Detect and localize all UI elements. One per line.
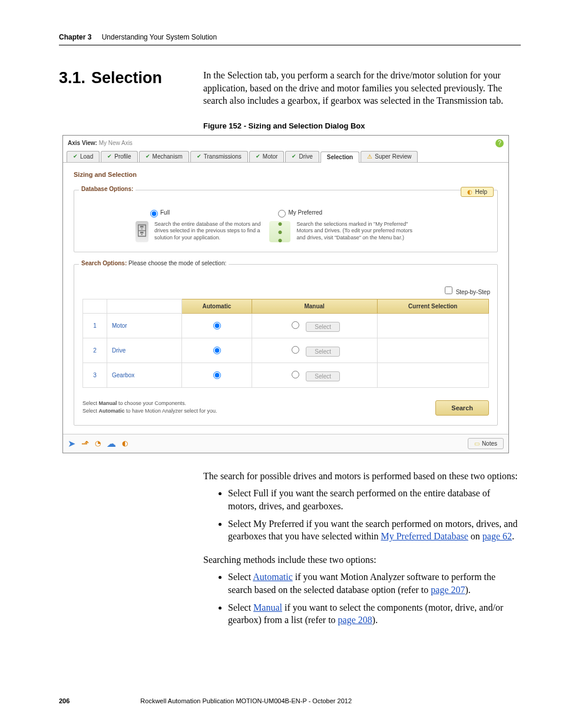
- section-number: 3.1.: [59, 69, 85, 87]
- radio-gearbox-manual[interactable]: [292, 371, 299, 378]
- check-icon: ✔: [107, 153, 112, 159]
- preferred-icon: ●●●: [269, 221, 290, 242]
- selection-table: Automatic Manual Current Selection 1 Mot…: [82, 299, 489, 388]
- radio-my-preferred[interactable]: [278, 210, 286, 218]
- tab-profile[interactable]: ✔Profile: [101, 151, 137, 162]
- radio-my-preferred-label: My Preferred: [288, 209, 322, 215]
- page-header: Chapter 3 Understanding Your System Solu…: [59, 33, 521, 41]
- table-row: 1 Motor Select: [83, 313, 489, 338]
- link-manual[interactable]: Manual: [253, 602, 282, 612]
- screenshot-dialog: Axis View: My New Axis ? ✔Load ✔Profile …: [62, 135, 509, 453]
- header-rule: [59, 45, 521, 45]
- bullet-full: Select Full if you want the search perfo…: [228, 487, 521, 512]
- radio-motor-manual[interactable]: [292, 321, 299, 329]
- full-description: Search the entire database of the motors…: [154, 221, 269, 242]
- intro-paragraph: In the Selection tab, you perform a sear…: [203, 69, 521, 107]
- chart-icon[interactable]: ⬏: [81, 438, 89, 449]
- select-gearbox-button[interactable]: Select: [306, 371, 340, 381]
- page-number: 206: [59, 697, 70, 704]
- tab-motor[interactable]: ✔Motor: [249, 151, 285, 162]
- col-manual: Manual: [252, 299, 377, 313]
- select-motor-button[interactable]: Select: [306, 322, 340, 332]
- help-button[interactable]: ◐Help: [461, 187, 494, 197]
- link-page-62[interactable]: page 62: [482, 531, 512, 541]
- axis-view-label: Axis View:: [68, 140, 97, 146]
- step-by-step-checkbox[interactable]: Step-by-Step: [442, 285, 490, 296]
- help-bulb-icon: ◐: [467, 189, 472, 195]
- check-icon: ✔: [197, 153, 201, 159]
- page-footer: 206 Rockwell Automation Publication MOTI…: [59, 697, 521, 704]
- search-options-legend: Search Options: Please choose the mode o…: [79, 260, 229, 266]
- col-current: Current Selection: [377, 299, 488, 313]
- radio-full-label: Full: [160, 209, 170, 215]
- table-row: 3 Gearbox Select: [83, 363, 489, 387]
- warning-icon: ⚠: [367, 153, 372, 160]
- radio-gearbox-auto[interactable]: [213, 371, 221, 379]
- panel-title: Sizing and Selection: [74, 171, 498, 178]
- radio-drive-auto[interactable]: [213, 347, 221, 354]
- selection-hints: Select Manual to choose your Components.…: [82, 400, 217, 416]
- chapter-title: Understanding Your System Solution: [102, 33, 217, 41]
- preferred-description: Search the selections marked in "My Pref…: [296, 221, 420, 242]
- table-row: 2 Drive Select: [83, 338, 489, 363]
- section-title: Selection: [91, 69, 162, 87]
- radio-motor-auto[interactable]: [213, 322, 221, 330]
- radio-full[interactable]: [150, 210, 158, 218]
- options-intro: The search for possible drives and motor…: [203, 470, 521, 483]
- tab-load[interactable]: ✔Load: [67, 151, 100, 162]
- bullet-my-preferred: Select My Preferred if you want the sear…: [228, 518, 521, 543]
- axis-view-value: My New Axis: [99, 140, 133, 146]
- tab-bar: ✔Load ✔Profile ✔Mechanism ✔Transmissions…: [63, 151, 508, 163]
- database-options-group: Database Options: ◐Help Full 🗄 Search th…: [74, 190, 498, 252]
- tab-super-review[interactable]: ⚠Super Review: [361, 151, 418, 162]
- tab-transmissions[interactable]: ✔Transmissions: [190, 151, 248, 162]
- col-automatic: Automatic: [182, 299, 252, 313]
- arrow-icon[interactable]: ➤: [68, 438, 75, 449]
- check-icon: ✔: [256, 153, 260, 159]
- meter-icon[interactable]: ◐: [122, 439, 128, 447]
- select-drive-button[interactable]: Select: [306, 347, 340, 357]
- tab-drive[interactable]: ✔Drive: [285, 151, 319, 162]
- link-my-preferred-database[interactable]: My Preferred Database: [381, 531, 468, 541]
- radio-drive-manual[interactable]: [292, 346, 299, 354]
- check-icon: ✔: [73, 153, 78, 159]
- methods-intro: Searching methods include these two opti…: [203, 554, 521, 566]
- link-page-208[interactable]: page 208: [338, 615, 372, 625]
- note-icon: ▭: [474, 440, 480, 447]
- chapter-label: Chapter 3: [59, 33, 91, 41]
- tab-selection[interactable]: Selection: [320, 151, 359, 163]
- link-page-207[interactable]: page 207: [431, 585, 465, 595]
- figure-caption: Figure 152 - Sizing and Selection Dialog…: [203, 121, 521, 130]
- check-icon: ✔: [146, 153, 150, 159]
- gauge-icon[interactable]: ◔: [95, 439, 101, 447]
- database-options-legend: Database Options:: [79, 186, 135, 192]
- check-icon: ✔: [292, 153, 296, 159]
- toolbar-icons: ➤ ⬏ ◔ ☁ ◐: [68, 438, 128, 449]
- search-options-group: Search Options: Please choose the mode o…: [74, 264, 498, 426]
- search-button[interactable]: Search: [435, 400, 489, 416]
- notes-button[interactable]: ▭Notes: [468, 438, 504, 449]
- cloud-icon[interactable]: ☁: [107, 438, 116, 449]
- bullet-manual: Select Manual if you want to select the …: [228, 601, 521, 627]
- publication-info: Rockwell Automation Publication MOTION-U…: [140, 697, 352, 704]
- bullet-automatic: Select Automatic if you want Motion Anal…: [228, 571, 521, 596]
- database-icon: 🗄: [135, 221, 148, 242]
- help-icon[interactable]: ?: [495, 139, 504, 147]
- link-automatic[interactable]: Automatic: [253, 572, 293, 582]
- tab-mechanism[interactable]: ✔Mechanism: [139, 151, 189, 162]
